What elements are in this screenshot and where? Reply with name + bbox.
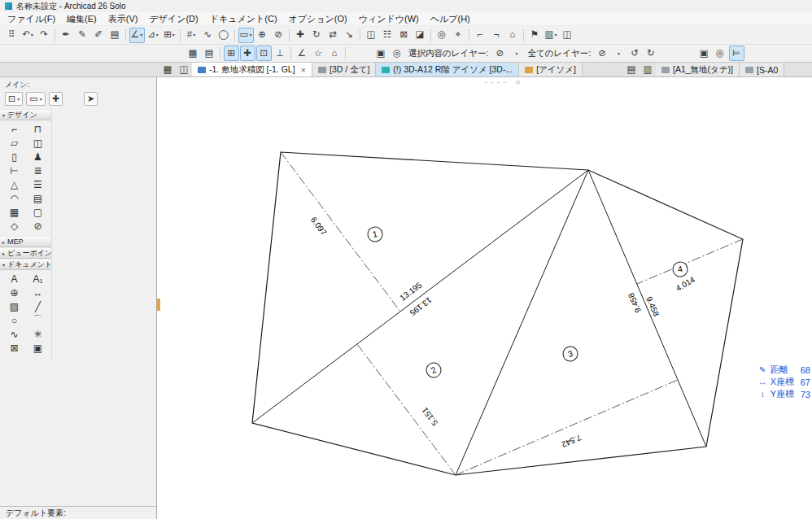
lock-button[interactable]: ⊘ [271,28,286,43]
section-header-0[interactable]: ▾デザイン [0,109,51,120]
selected-layer-hide-button[interactable]: ⊘ [492,46,508,61]
mesh-tool[interactable]: ▦ [2,205,26,219]
all-layers-hide-button[interactable]: ⊘ [595,46,610,61]
rebuild-ccw-button[interactable]: ↺ [627,46,643,61]
section-header-1[interactable]: ▸MEP [0,236,51,247]
pick-up-parameters-button[interactable]: ✎ [75,28,90,43]
snap-grid-button[interactable]: ⊞ [224,46,239,61]
arc-tool[interactable]: ⌒ [26,313,50,327]
subset-button[interactable]: ▥ [640,63,655,77]
figure-tool[interactable]: ⊠ [2,341,26,355]
snap-point-button[interactable]: ✚ [240,46,255,61]
tab-3d-a12[interactable]: (!) 3D-A12 R階 アイソメ [3D-... [376,63,519,76]
text-tool[interactable]: A [2,272,26,286]
shell-tool[interactable]: ◠ [2,191,26,205]
close-tab-icon[interactable]: × [301,65,306,75]
spline-tool[interactable]: ∿ [2,327,26,341]
chamfer-button[interactable]: ¬ [489,28,504,43]
grid-snap-button[interactable]: #▾ [184,28,199,43]
angle-input-button[interactable]: ∠ [295,46,310,61]
pan-hand-button[interactable]: ✚ [49,92,63,106]
erase-button[interactable]: ⊠ [396,28,412,43]
quick-views-button[interactable]: ▦ [160,63,176,77]
marker-tool[interactable]: ✳ [26,327,50,341]
opening-tool[interactable]: ⊘ [26,219,50,233]
stretch-button[interactable]: ↘ [342,28,357,43]
menu-window[interactable]: ウィンドウ(W) [353,12,425,26]
column-display-button[interactable]: ▥▾ [544,28,559,43]
dimension-tool[interactable]: ↔ [26,286,50,299]
all-layers-dropdown[interactable]: ▾ [611,46,626,61]
review-button[interactable]: ◎ [713,46,728,61]
selection-combo-button[interactable]: ⊡▾ [5,92,23,106]
label-tool[interactable]: A₁ [26,272,50,286]
snap-reference-button[interactable]: ⊞▾ [162,28,177,43]
layer-eye-button[interactable]: ◎ [390,46,405,61]
circle-tool[interactable]: ○ [2,313,26,327]
section-header-3[interactable]: ▾ドキュメント [0,259,51,270]
favorites-button[interactable]: ☆ [311,46,326,61]
visibility-button[interactable]: ◪ [413,28,428,43]
pen-set-button[interactable]: ✒ [59,28,74,43]
capture-button[interactable]: ⌂ [327,46,343,61]
inject-parameters-button[interactable]: ✐ [91,28,107,43]
roof-tool[interactable]: △ [2,177,26,191]
triangle-divider-line[interactable] [588,170,706,447]
menu-options[interactable]: オプション(O) [283,12,353,26]
trace-reference-button[interactable]: ▤ [107,28,123,43]
tab-3d-all[interactable]: [3D / 全て] [312,63,376,76]
redo-button[interactable]: ↷ [37,28,52,43]
zone-tool[interactable]: ▢ [26,205,50,219]
tab-s-a0[interactable]: [S-A0 [740,63,784,76]
document-check-button[interactable]: ▣ [696,46,712,61]
tab-a1-layout[interactable]: [A1_無地(タテ)] [656,63,740,76]
fillet-button[interactable]: ⌐ [473,28,488,43]
tab-axonometric[interactable]: [アイソメ] [519,63,583,76]
ellipse-method-button[interactable]: ◯ [216,28,232,43]
wall-tool[interactable]: ⌐ [2,122,26,136]
mirror-button[interactable]: ⇄ [325,28,341,43]
layers-button[interactable]: ☷ [380,28,395,43]
target-button[interactable]: ⌖ [451,28,466,43]
layer-stamp-button[interactable]: ▣ [373,46,389,61]
selected-layer-dropdown[interactable]: ▾ [509,46,524,61]
perpendicular-button[interactable]: ⊥ [273,46,288,61]
line-tool[interactable]: ╱ [26,299,50,313]
slab-tool[interactable]: ▱ [2,136,26,150]
snap-edge-button[interactable]: ⊡ [256,46,272,61]
site-boundary[interactable] [252,152,743,475]
beam-display-button[interactable]: ◫ [560,28,575,43]
toolbar-drag-handle[interactable]: ⠿ [4,28,20,43]
scale-button[interactable]: ▤ [202,46,217,61]
copy-button[interactable]: ◫ [364,28,379,43]
rebuild-cw-button[interactable]: ↻ [644,46,659,61]
find-select-button[interactable]: ◎ [434,28,450,43]
triangle-divider-line[interactable] [252,170,588,423]
fill-tool[interactable]: ▨ [2,299,26,313]
curtain-wall-tool[interactable]: ▤ [26,191,50,205]
undo-button[interactable]: ↶▾ [20,28,36,43]
pop-up-navigator-button[interactable]: ◫ [177,63,192,77]
window-tool[interactable]: ◫ [26,136,50,150]
height-dimension-line[interactable] [456,380,678,475]
drawing-canvas[interactable]: ‒ ‒ ‒ ‒ ⊙ 6.09713.19513.1955.1517.5429.4… [157,77,812,519]
snap-guides-button[interactable]: ⊿▾ [146,28,161,43]
tab-site-area-plan[interactable]: -1. 敷地求積図 [-1. GL]× [192,63,312,76]
menu-design[interactable]: デザイン(D) [143,12,203,26]
rotate-button[interactable]: ↻ [309,28,325,43]
morph-tool[interactable]: ◇ [2,219,26,233]
drag-button[interactable]: ✚ [293,28,308,43]
menu-document[interactable]: ドキュメント(C) [204,12,283,26]
arrow-tool-button[interactable]: ➤ [84,92,98,106]
layout-book-button[interactable]: ▤ [623,63,639,77]
stair-tool[interactable]: ≣ [26,164,50,177]
gravity-button[interactable]: ∿ [200,28,216,43]
triangle-divider-line[interactable] [456,170,588,475]
home-story-button[interactable]: ⌂ [505,28,521,43]
height-dimension-line[interactable] [357,344,456,475]
beam-tool[interactable]: ⊢ [2,164,26,177]
railing-tool[interactable]: ☰ [26,177,50,191]
flag-button[interactable]: ⚑ [527,28,543,43]
marquee-mode-button[interactable]: ▭▾ [238,28,254,43]
hotspot-tool[interactable]: ⊕ [2,286,26,299]
